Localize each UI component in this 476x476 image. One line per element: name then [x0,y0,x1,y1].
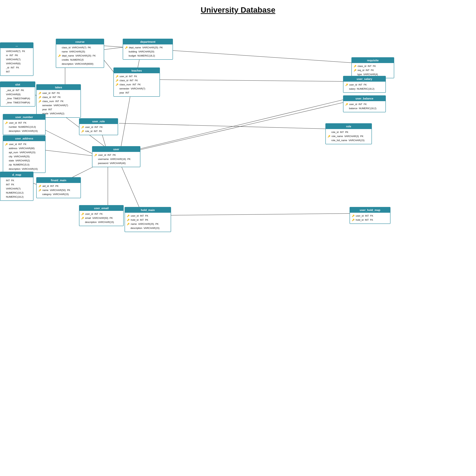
table-header-takes: takes [37,85,81,90]
table-header-user-hold-map: user_hold_map [350,207,390,213]
table-body-hold-main: 🔑user_id INT FK 🔑hold_id INT PK 🔑name VA… [125,213,171,232]
table-header-user: user [92,147,140,152]
table-body-takes: 🔑user_id INT FK 🔑class_id INT FK 🔑class_… [37,90,81,117]
svg-line-16 [167,213,351,215]
table-user-number: user_number 🔑user_id INT FK number NUMER… [3,114,46,135]
table-header-user-email: user_email [79,205,123,211]
table-user-balance: user_balance 🔑user_id INT FK balance NUM… [343,95,386,112]
svg-line-3 [137,59,139,68]
table-hold-main: hold_main 🔑user_id INT FK 🔑hold_id INT P… [125,207,171,232]
table-user-hold-map: user_hold_map 🔑user_id INT FK 🔑hold_id I… [350,207,391,224]
table-user-salary: user_salary 🔑user_id INT FK salary NUMER… [343,76,386,93]
svg-line-5 [156,80,346,82]
table-body-user-role: 🔑user_id INT FK 🔑role_id INT FK [79,124,118,135]
table-body-user: 🔑user_id INT PK username VARCHAR(16) PK … [92,152,140,167]
table-role: role role_id INT PK 🔑role_name VARCHAR(3… [325,123,372,144]
table-header-role: role [326,124,372,129]
table-slot: slot _slot_id INT PK VARCHAR(8) _time TI… [0,82,35,106]
table-user: user 🔑user_id INT PK username VARCHAR(16… [92,146,140,167]
table-body-department: 🔑dept_name VARCHAR(25) PK building VARCH… [123,44,172,59]
table-header-hold-main: hold_main [125,207,171,213]
table-department: department 🔑dept_name VARCHAR(25) PK bui… [123,39,173,60]
table-body-role: role_id INT PK 🔑role_name VARCHAR(3) PK … [326,129,372,144]
svg-line-14 [121,165,139,208]
table-body-slot: _slot_id INT PK VARCHAR(8) _time TIMESTA… [0,87,35,106]
table-body-user-number: 🔑user_id INT FK number NUMERIC(15,0) des… [3,120,45,135]
table-finaid-d-map: d_map INT FK INT FK VARCHAR(7) NUMERIC(1… [0,172,34,201]
svg-line-9 [130,99,346,151]
svg-line-10 [130,102,346,152]
table-header-partial: ... [0,43,33,48]
table-header-finaid-main: finaid_main [37,178,81,183]
table-body-user-salary: 🔑user_id INT FK salary NUMERIC(18,2) [343,82,385,92]
table-header-department: department [123,39,172,44]
table-finaid-main: finaid_main 🔑aid_id INT PK 🔑name VARCHAR… [36,177,81,198]
table-body-course: class_id VARCHAR(7) PK name VARCHAR(25) … [56,44,104,68]
table-header-teaches: teaches [114,68,160,73]
table-course: course class_id VARCHAR(7) PK name VARCH… [56,39,104,68]
table-header-requisite: requisite [352,58,394,63]
diagram-canvas: ... VARCHAR(7)FK mINTPK VARCHAR(7) VARCH… [0,18,476,464]
table-user-address: user_address 🔑user_id INT FK address VAR… [3,135,46,173]
table-header-course: course [56,39,104,44]
svg-line-8 [119,123,327,129]
table-body-user-hold-map: 🔑user_id INT FK 🔑hold_id INT FK [350,213,390,223]
table-teaches: teaches 🔑user_id INT FK 🔑class_id INT FK… [113,68,160,97]
table-header-user-salary: user_salary [343,76,385,82]
table-body-finaid-main: 🔑aid_id INT PK 🔑name VARCHAR(50) PK cate… [37,183,81,198]
table-header-user-role: user_role [79,119,118,124]
page-title: University Database [0,0,476,18]
table-body-user-address: 🔑user_id INT FK address VARCHAR(80) apt_… [3,141,45,172]
table-body-partial: VARCHAR(7)FK mINTPK VARCHAR(7) VARCHAR(6… [0,48,33,75]
table-header-user-balance: user_balance [343,96,385,101]
table-takes: takes 🔑user_id INT FK 🔑class_id INT FK 🔑… [36,84,81,118]
table-body-user-email: 🔑user_id INT FK 🔑email VARCHAR(50) PK de… [79,211,123,226]
table-body-user-balance: 🔑user_id INT FK balance NUMERIC(18,2) [343,101,385,112]
table-user-email: user_email 🔑user_id INT FK 🔑email VARCHA… [79,205,124,226]
table-header-finaid-d-map: d_map [0,172,33,177]
table-requisite: requisite 🔑class_id INT FK 🔑req_id INT F… [351,57,394,78]
table-user-role: user_role 🔑user_id INT FK 🔑role_id INT F… [79,118,118,135]
table-header-slot: slot [0,82,35,87]
table-body-finaid-d-map: INT FK INT FK VARCHAR(7) NUMERIC(18,2) N… [0,177,33,201]
table-partial-left: ... VARCHAR(7)FK mINTPK VARCHAR(7) VARCH… [0,42,34,76]
table-header-user-number: user_number [3,114,45,120]
svg-line-4 [121,96,130,147]
table-body-teaches: 🔑user_id INT FK 🔑class_id INT FK 🔑class_… [114,73,160,96]
table-header-user-address: user_address [3,136,45,141]
